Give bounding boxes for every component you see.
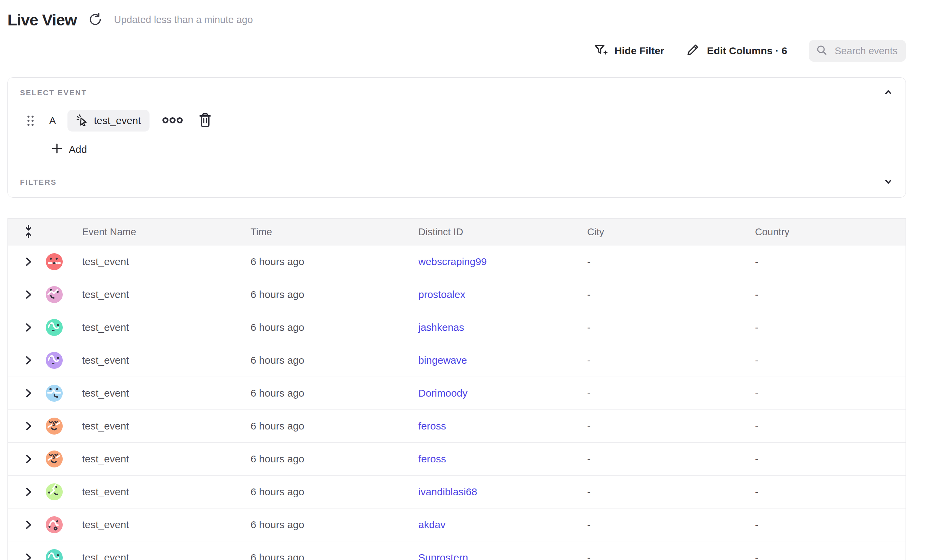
more-options-button[interactable] [162, 117, 183, 125]
expand-filters-button[interactable] [883, 177, 893, 188]
table-row[interactable]: test_event 6 hours ago prostoalex - - [8, 278, 905, 311]
event-letter: A [49, 115, 56, 126]
refresh-button[interactable] [88, 12, 102, 28]
expand-row-icon[interactable] [24, 420, 33, 432]
city-cell: - [587, 420, 755, 432]
cursor-click-icon [76, 114, 88, 128]
city-cell: - [587, 289, 755, 300]
drag-handle[interactable] [28, 115, 34, 126]
toolbar: Hide Filter Edit Columns · 6 [8, 40, 906, 62]
city-cell: - [587, 256, 755, 268]
column-header-time[interactable]: Time [251, 226, 418, 238]
user-avatar [46, 483, 63, 500]
event-name-cell: test_event [82, 519, 251, 531]
time-cell: 6 hours ago [251, 420, 418, 432]
pencil-icon [686, 43, 700, 59]
select-event-section: SELECT EVENT A [8, 78, 905, 167]
event-name-cell: test_event [82, 420, 251, 432]
event-name-cell: test_event [82, 486, 251, 498]
city-cell: - [587, 486, 755, 498]
chevron-up-icon [883, 87, 893, 98]
column-header-distinct-id[interactable]: Distinct ID [418, 226, 587, 238]
column-header-country[interactable]: Country [755, 226, 905, 238]
country-cell: - [755, 486, 905, 498]
add-label: Add [69, 144, 87, 155]
city-cell: - [587, 388, 755, 399]
column-header-city[interactable]: City [587, 226, 755, 238]
time-cell: 6 hours ago [251, 388, 418, 399]
time-cell: 6 hours ago [251, 289, 418, 300]
time-cell: 6 hours ago [251, 519, 418, 531]
page-title: Live View [8, 11, 77, 29]
distinct-id-link[interactable]: prostoalex [418, 289, 465, 300]
user-avatar [46, 418, 63, 435]
expand-row-icon[interactable] [24, 486, 33, 498]
distinct-id-link[interactable]: Dorimoody [418, 388, 468, 399]
distinct-id-link[interactable]: webscraping99 [418, 256, 487, 268]
country-cell: - [755, 289, 905, 300]
distinct-id-link[interactable]: feross [418, 420, 446, 432]
table-row[interactable]: test_event 6 hours ago jashkenas - - [8, 311, 905, 344]
table-row[interactable]: test_event 6 hours ago Dorimoody - - [8, 377, 905, 410]
event-name-cell: test_event [82, 388, 251, 399]
distinct-id-link[interactable]: ivandiblasi68 [418, 486, 477, 498]
event-name-cell: test_event [82, 289, 251, 300]
select-event-label: SELECT EVENT [20, 88, 87, 97]
country-cell: - [755, 256, 905, 268]
country-cell: - [755, 519, 905, 531]
user-avatar [46, 549, 63, 560]
distinct-id-link[interactable]: Sunrostern [418, 552, 468, 560]
ellipsis-icon [162, 117, 183, 125]
expand-row-icon[interactable] [24, 453, 33, 465]
expand-row-icon[interactable] [24, 256, 33, 268]
city-cell: - [587, 453, 755, 465]
hide-filter-button[interactable]: Hide Filter [593, 42, 665, 60]
event-select-button[interactable]: test_event [68, 110, 149, 132]
live-view-page: Live View Updated less than a minute ago… [0, 10, 933, 560]
collapse-all-button[interactable] [22, 224, 35, 240]
user-avatar [46, 319, 63, 336]
plus-icon [51, 143, 63, 157]
refresh-icon [88, 12, 102, 28]
event-name-cell: test_event [82, 355, 251, 366]
table-row[interactable]: test_event 6 hours ago feross - - [8, 443, 905, 475]
user-avatar [46, 286, 63, 303]
event-name-cell: test_event [82, 322, 251, 333]
table-row[interactable]: test_event 6 hours ago Sunrostern - - [8, 542, 905, 560]
country-cell: - [755, 420, 905, 432]
trash-icon [198, 112, 212, 129]
search-box [809, 40, 906, 62]
column-header-event-name[interactable]: Event Name [82, 226, 251, 238]
distinct-id-link[interactable]: bingewave [418, 355, 467, 366]
expand-row-icon[interactable] [24, 388, 33, 399]
filter-plus-icon [593, 42, 608, 60]
expand-row-icon[interactable] [24, 519, 33, 531]
table-row[interactable]: test_event 6 hours ago webscraping99 - - [8, 245, 905, 278]
distinct-id-link[interactable]: jashkenas [418, 322, 464, 333]
user-avatar [46, 385, 63, 402]
delete-event-button[interactable] [198, 112, 212, 129]
expand-row-icon[interactable] [24, 322, 33, 333]
table-row[interactable]: test_event 6 hours ago ivandiblasi68 - - [8, 475, 905, 508]
distinct-id-link[interactable]: akdav [418, 519, 445, 531]
expand-row-icon[interactable] [24, 289, 33, 300]
time-cell: 6 hours ago [251, 486, 418, 498]
expand-row-icon[interactable] [24, 552, 33, 560]
search-input[interactable] [834, 45, 903, 57]
table-row[interactable]: test_event 6 hours ago bingewave - - [8, 344, 905, 377]
city-cell: - [587, 552, 755, 560]
event-chip-label: test_event [94, 115, 141, 126]
expand-row-icon[interactable] [24, 355, 33, 366]
country-cell: - [755, 552, 905, 560]
collapse-section-button[interactable] [883, 87, 893, 98]
distinct-id-link[interactable]: feross [418, 453, 446, 465]
table-row[interactable]: test_event 6 hours ago feross - - [8, 410, 905, 443]
add-event-button[interactable]: Add [51, 142, 87, 157]
page-header: Live View Updated less than a minute ago [8, 10, 906, 29]
edit-columns-button[interactable]: Edit Columns · 6 [686, 43, 787, 59]
country-cell: - [755, 355, 905, 366]
country-cell: - [755, 453, 905, 465]
country-cell: - [755, 322, 905, 333]
table-row[interactable]: test_event 6 hours ago akdav - - [8, 508, 905, 542]
event-row: A test_event [20, 110, 893, 132]
